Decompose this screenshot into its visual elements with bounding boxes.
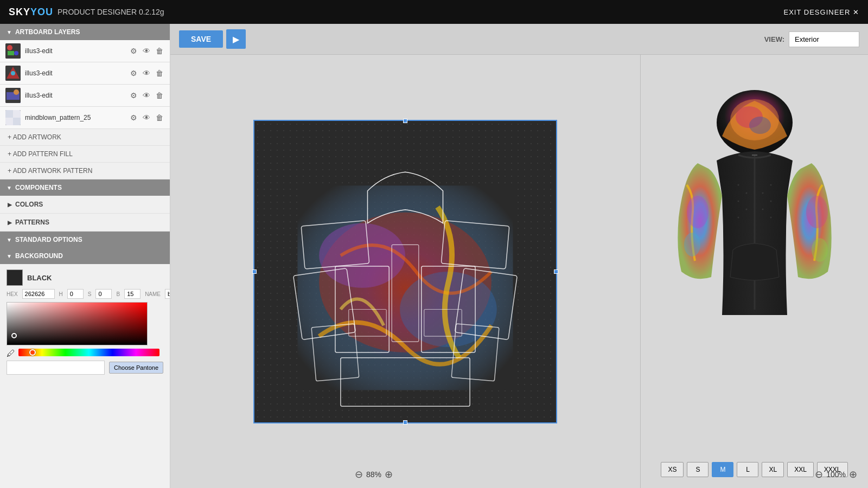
colors-arrow: ▶	[8, 202, 12, 208]
brand-area: SKYYOU PRODUCT DESIGNER 0.2.12g	[9, 7, 164, 18]
layer-settings-button[interactable]: ⚙	[129, 112, 138, 123]
layer-thumb	[5, 66, 21, 81]
h-label: H	[59, 291, 63, 297]
add-artwork-pattern-button[interactable]: + ADD ARTWORK PATTERN	[0, 163, 170, 179]
layer-visibility-button[interactable]: 👁	[142, 90, 151, 101]
main-layout: ▼ ARTBOARD LAYERS illus3-edit ⚙ 👁 🗑 illu…	[0, 24, 868, 488]
add-artwork-button[interactable]: + ADD ARTWORK	[0, 129, 170, 146]
topbar: SKYYOU PRODUCT DESIGNER 0.2.12g EXIT DES…	[0, 0, 868, 24]
components-section-header[interactable]: ▼ COMPONENTS	[0, 179, 170, 196]
standard-options-arrow: ▼	[7, 237, 12, 243]
svg-point-44	[770, 184, 771, 186]
name-label: NAME	[145, 291, 161, 297]
background-header[interactable]: ▼ BACKGROUND	[0, 248, 170, 264]
s-input[interactable]	[95, 289, 112, 299]
preview-zoom-control: ⊖ 100% ⊕	[815, 468, 857, 480]
svg-point-15	[319, 223, 405, 287]
zoom-in-button[interactable]: ⊕	[385, 468, 393, 480]
svg-point-45	[762, 192, 763, 194]
b-input[interactable]	[124, 289, 141, 299]
zoom-level: 88%	[366, 470, 381, 479]
background-label: BACKGROUND	[15, 252, 63, 260]
patterns-item[interactable]: ▶ PATTERNS	[0, 214, 170, 232]
layer-thumb	[5, 110, 21, 125]
layer-delete-button[interactable]: 🗑	[155, 112, 164, 123]
svg-point-47	[762, 209, 763, 210]
bg-color-row: BLACK	[7, 269, 163, 286]
size-xs[interactable]: XS	[661, 462, 684, 477]
garment-flat-svg	[254, 121, 556, 422]
standard-options-header[interactable]: ▼ STANDARD OPTIONS	[0, 232, 170, 248]
s-label: S	[88, 291, 92, 297]
save-button[interactable]: SAVE	[179, 30, 223, 48]
size-xl[interactable]: XL	[762, 462, 784, 477]
artboard-container: ⊖ 88% ⊕	[170, 55, 640, 488]
size-s[interactable]: S	[687, 462, 709, 477]
preview-zoom-level: 100%	[826, 470, 846, 479]
colors-label: COLORS	[15, 201, 43, 208]
bg-color-swatch[interactable]	[7, 269, 23, 286]
svg-point-42	[745, 209, 747, 210]
artboard-layers-header[interactable]: ▼ ARTBOARD LAYERS	[0, 24, 170, 40]
svg-point-34	[684, 233, 700, 256]
layer-visibility-button[interactable]: 👁	[142, 68, 151, 79]
components-collapse-arrow: ▼	[7, 185, 12, 191]
layer-actions: ⚙ 👁 🗑	[129, 112, 164, 123]
view-select[interactable]: Exterior Interior Detail	[789, 31, 859, 47]
hex-label: HEX	[7, 291, 18, 297]
layer-delete-button[interactable]: 🗑	[155, 90, 164, 101]
standard-options-label: STANDARD OPTIONS	[15, 236, 82, 243]
svg-point-9	[14, 89, 19, 95]
artboard[interactable]	[253, 120, 557, 423]
sidebar: ▼ ARTBOARD LAYERS illus3-edit ⚙ 👁 🗑 illu…	[0, 24, 170, 488]
svg-rect-12	[13, 118, 21, 125]
layer-actions: ⚙ 👁 🗑	[129, 46, 164, 56]
eyedropper-button[interactable]: 🖊	[7, 349, 15, 358]
preview-panel: XS S M L XL XXL XXXL ⊖ 100% ⊕	[640, 55, 868, 488]
app-title: PRODUCT DESIGNER 0.2.12g	[58, 8, 164, 16]
name-input[interactable]	[165, 289, 170, 299]
zoom-out-button[interactable]: ⊖	[355, 468, 363, 480]
exit-button[interactable]: EXIT DESGINEER ✕	[784, 8, 859, 16]
view-select-wrap: VIEW: Exterior Interior Detail	[764, 31, 859, 47]
layer-name: illus3-edit	[25, 69, 125, 77]
layer-actions: ⚙ 👁 🗑	[129, 68, 164, 79]
layer-settings-button[interactable]: ⚙	[129, 90, 138, 101]
add-pattern-fill-button[interactable]: + ADD PATTERN FILL	[0, 146, 170, 163]
layer-settings-button[interactable]: ⚙	[129, 46, 138, 56]
canvas-area: ⊖ 88% ⊕	[170, 55, 868, 488]
content-area: SAVE ▶ VIEW: Exterior Interior Detail	[170, 24, 868, 488]
svg-point-2	[14, 51, 18, 55]
colors-item[interactable]: ▶ COLORS	[0, 196, 170, 214]
size-m[interactable]: M	[712, 462, 733, 477]
pantone-input[interactable]	[7, 361, 105, 375]
svg-point-32	[749, 117, 771, 134]
layer-delete-button[interactable]: 🗑	[155, 46, 164, 56]
brand-sky: SKY	[9, 7, 30, 17]
svg-point-39	[737, 184, 739, 186]
size-xxl[interactable]: XXL	[787, 462, 814, 477]
hex-input[interactable]	[22, 289, 55, 299]
layer-visibility-button[interactable]: 👁	[142, 112, 151, 123]
color-picker-gradient[interactable]	[7, 302, 148, 345]
preview-zoom-out-button[interactable]: ⊖	[815, 468, 823, 480]
hue-slider[interactable]	[18, 349, 159, 356]
play-icon: ▶	[233, 34, 239, 44]
toolbar: SAVE ▶ VIEW: Exterior Interior Detail	[170, 24, 868, 55]
preview-zoom-in-button[interactable]: ⊕	[849, 468, 857, 480]
play-button[interactable]: ▶	[226, 29, 246, 49]
patterns-label: PATTERNS	[15, 219, 49, 226]
bg-color-name: BLACK	[27, 274, 52, 282]
color-picker-overlay	[7, 303, 147, 345]
components-label: COMPONENTS	[15, 184, 62, 191]
size-l[interactable]: L	[737, 462, 758, 477]
layer-actions: ⚙ 👁 🗑	[129, 90, 164, 101]
zoom-control: ⊖ 88% ⊕	[355, 468, 393, 480]
layer-delete-button[interactable]: 🗑	[155, 68, 164, 79]
h-input[interactable]	[67, 289, 84, 299]
layer-settings-button[interactable]: ⚙	[129, 68, 138, 79]
choose-pantone-button[interactable]: Choose Pantone	[109, 362, 163, 374]
svg-point-1	[7, 45, 12, 50]
layer-visibility-button[interactable]: 👁	[142, 46, 151, 56]
hex-row: HEX H S B NAME	[7, 289, 163, 299]
